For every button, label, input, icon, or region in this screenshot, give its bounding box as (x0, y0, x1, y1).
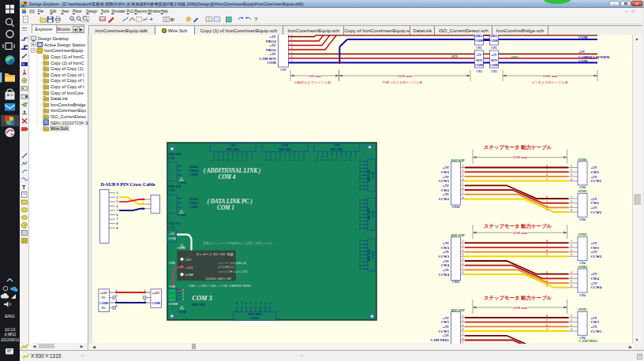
svg-text:+5V: +5V (591, 166, 598, 169)
svg-text:+5V: +5V (591, 272, 598, 276)
svg-text:+5V: +5V (443, 325, 450, 329)
svg-text:CN5: CN5 (492, 47, 497, 50)
svg-text:STM5: STM5 (578, 307, 587, 311)
svg-text:ステップモータ 動力ケーブル: ステップモータ 動力ケーブル (484, 223, 552, 229)
svg-text:CAM TRIG: CAM TRIG (430, 338, 449, 342)
svg-text:CCW1: CCW1 (438, 179, 449, 183)
svg-text:(まCOM2 の): (まCOM2 の) (218, 266, 234, 269)
svg-text:1000 mm: 1000 mm (543, 74, 558, 78)
svg-text:SEN: SEN (476, 59, 482, 62)
svg-text:COM: COM (185, 273, 194, 277)
svg-text:CW2: CW2 (591, 201, 600, 205)
svg-text:ORG4: ORG4 (266, 39, 276, 43)
svg-text:ORG#: ORG# (266, 48, 276, 52)
svg-text:CCW3: CCW3 (438, 255, 449, 259)
svg-text:COM: COM (578, 59, 588, 63)
svg-text:COM: COM (578, 35, 588, 39)
svg-text:CCW4: CCW4 (438, 273, 449, 277)
svg-text:火曜日: 火曜日 (4, 332, 17, 337)
svg-text:IronCoreInsertEquip.: IronCoreInsertEquip. (44, 48, 84, 53)
svg-text:CW3: CW3 (441, 246, 450, 250)
svg-text:1: 1 (117, 192, 118, 195)
svg-text:NC: NC (101, 296, 106, 300)
svg-text:COM: COM (475, 64, 483, 67)
svg-text:CN4: CN4 (579, 218, 585, 221)
svg-text:COM: COM (152, 301, 161, 305)
svg-text:+5V: +5V (443, 250, 450, 254)
svg-text:Copy of Copy (1): Copy of Copy (1) (51, 66, 84, 71)
svg-text:CN10: CN10 (452, 206, 459, 209)
svg-text:CN3: CN3 (477, 70, 482, 73)
svg-text:5: 5 (117, 209, 118, 212)
svg-text:COM 4: COM 4 (219, 174, 236, 180)
svg-text:+24V: +24V (100, 291, 109, 295)
svg-text:コネクタ用 ( 1μs ) CN5: コネクタ用 ( 1μs ) CN5 (218, 270, 248, 274)
svg-text:STM2: STM2 (578, 189, 587, 193)
svg-text:B9P-SHF: B9P-SHF (368, 169, 371, 181)
svg-text:CN9: CN9 (334, 144, 340, 147)
svg-text:3: 3 (117, 200, 118, 203)
svg-text:Copy of Copy of (: Copy of Copy of ( (51, 73, 84, 77)
svg-text:CN11: CN11 (372, 210, 375, 218)
svg-text:+5V: +5V (591, 206, 598, 210)
svg-text:SEKI-20210723X.S: SEKI-20210723X.S (51, 121, 88, 125)
svg-text:CN7: CN7 (280, 69, 286, 72)
svg-text:+5V: +5V (477, 54, 482, 57)
svg-text:+5V: +5V (591, 241, 598, 245)
svg-text:CN6: CN6 (169, 285, 175, 288)
svg-text:COM: COM (168, 236, 176, 240)
svg-text:D-SUB 9 PIN Cross Cable: D-SUB 9 PIN Cross Cable (101, 181, 155, 187)
svg-text:ORG: ORG (491, 35, 498, 38)
svg-text:CN3: CN3 (169, 156, 175, 160)
svg-text:DataLink: DataLink (51, 96, 68, 101)
svg-text:COM: COM (99, 301, 109, 305)
svg-text:COM: COM (178, 213, 185, 217)
svg-text:CW2: CW2 (441, 188, 450, 192)
svg-text:COM: COM (267, 61, 276, 65)
svg-text:IronCoreInsertEqu: IronCoreInsertEqu (51, 108, 86, 113)
svg-text:分岐部分までケーブル長: 分岐部分までケーブル長 (294, 80, 331, 84)
svg-text:ORG: ORG (476, 35, 483, 38)
svg-text:&コネクタ部ケーブル長: &コネクタ部ケーブル長 (532, 80, 568, 84)
svg-text:ステップモータ 動力ケーブル: ステップモータ 動力ケーブル (484, 295, 552, 301)
svg-text:+5V: +5V (578, 50, 586, 54)
svg-text:CW1: CW1 (441, 170, 450, 174)
svg-text:CW1: CW1 (591, 170, 600, 174)
svg-text:4: 4 (117, 205, 118, 208)
svg-text:CCW4: CCW4 (591, 285, 602, 289)
svg-text:COM: COM (475, 39, 483, 43)
svg-text:+5V: +5V (443, 316, 450, 320)
svg-text:+5V: +5V (492, 54, 497, 57)
svg-text:COM: COM (177, 246, 185, 250)
svg-text:Design Desktop: Design Desktop (38, 36, 69, 41)
svg-text:+5V: +5V (169, 232, 174, 236)
svg-text:CCW5: CCW5 (591, 329, 602, 333)
svg-text:CW5: CW5 (591, 320, 600, 324)
svg-text:+24V: +24V (152, 291, 161, 295)
svg-text:CN11: CN11 (452, 281, 459, 284)
svg-text:+24V: +24V (185, 266, 193, 270)
svg-text:COM 1: COM 1 (217, 205, 234, 211)
svg-text:+5V: +5V (443, 333, 450, 337)
svg-text:CCW1: CCW1 (591, 179, 602, 183)
svg-text:CW4: CW4 (441, 263, 450, 267)
svg-text:コンバータの実験結果: コンバータの実験結果 (218, 261, 247, 265)
svg-text:CW4: CW4 (591, 277, 600, 281)
svg-text:1500 mm: 1500 mm (513, 231, 528, 235)
svg-text:CN6 --> CN5 / CN5 --> CN1 JUM: CN6 --> CN5 / CN5 --> CN1 JUMPER WIRE (189, 284, 251, 288)
svg-text:1000 mm: 1000 mm (398, 74, 413, 78)
svg-text:+5V: +5V (443, 175, 450, 179)
svg-text:CCW2: CCW2 (591, 210, 602, 214)
svg-text:CAMERA SENSER: CAMERA SENSER (578, 55, 610, 59)
svg-text:+5V: +5V (269, 35, 276, 39)
svg-text:CN3: CN3 (492, 70, 497, 73)
svg-text:SEN: SEN (491, 59, 497, 62)
svg-text:+5V: +5V (591, 281, 598, 285)
svg-text:+5V: +5V (591, 175, 598, 179)
svg-text:CCW2: CCW2 (438, 197, 449, 201)
svg-text:STM4: STM4 (578, 265, 588, 269)
svg-text:+5V: +5V (443, 192, 450, 196)
svg-text:B9P-SHF: B9P-SHF (368, 248, 371, 261)
svg-text:ISO_CurrentDetec: ISO_CurrentDetec (51, 114, 86, 119)
svg-text:CAM SEN: CAM SEN (259, 57, 276, 61)
